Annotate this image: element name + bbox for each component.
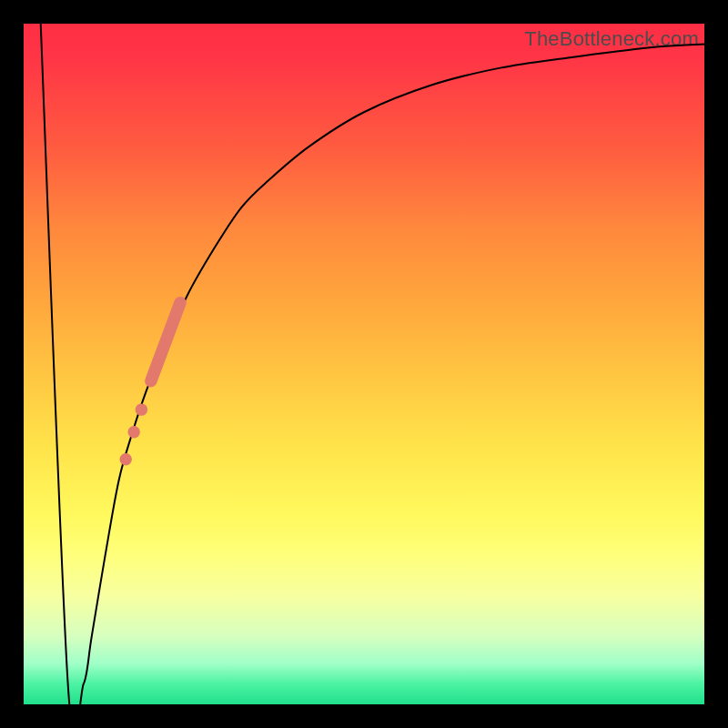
highlight-dot — [127, 426, 139, 438]
bottleneck-curve — [41, 24, 709, 728]
highlight-dot — [136, 403, 147, 415]
chart-svg — [24, 24, 704, 704]
highlight-segment — [151, 303, 180, 381]
chart-container: TheBottleneck.com — [0, 0, 728, 728]
highlight-dot — [119, 453, 131, 465]
bottleneck-curve-path — [41, 24, 709, 728]
plot-area: TheBottleneck.com — [24, 24, 704, 704]
highlight-markers — [119, 303, 180, 466]
